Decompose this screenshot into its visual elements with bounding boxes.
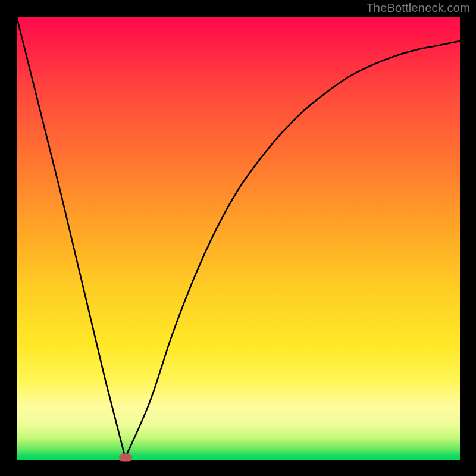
curve-path (17, 17, 460, 458)
chart-plot-area (17, 17, 460, 460)
chart-frame: TheBottleneck.com (0, 0, 476, 476)
bottleneck-curve (17, 17, 460, 460)
optimal-point-marker (119, 454, 132, 462)
watermark-text: TheBottleneck.com (366, 1, 470, 15)
